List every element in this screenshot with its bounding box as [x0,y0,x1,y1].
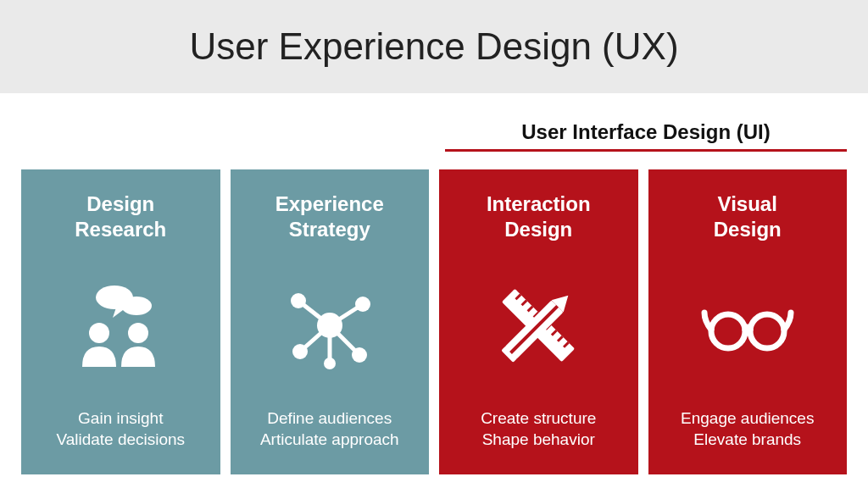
card-title: Design Research [75,190,166,244]
cards-row: Design Research Gain insight Validate de… [0,169,868,474]
people-chat-icon [35,244,207,408]
subheader-row: User Interface Design (UI) [0,93,868,169]
card-title: Interaction Design [487,190,591,244]
page-header: User Experience Design (UX) [0,0,868,93]
glasses-icon [662,244,834,408]
card-visual-design: Visual Design Engage audiences Elevate b… [648,169,848,474]
svg-point-1 [121,297,152,315]
pencil-ruler-icon [453,244,625,408]
page-title: User Experience Design (UX) [189,25,678,68]
card-desc: Create structure Shape behavior [481,408,596,451]
card-desc: Define audiences Articulate approach [260,408,399,451]
card-desc: Engage audiences Elevate brands [681,408,814,451]
ui-subheader: User Interface Design (UI) [445,120,847,152]
svg-point-30 [750,314,784,348]
card-design-research: Design Research Gain insight Validate de… [21,169,220,474]
svg-point-3 [128,323,148,343]
svg-point-11 [355,297,370,312]
svg-point-2 [89,323,109,343]
card-interaction-design: Interaction Design [439,169,638,474]
svg-point-9 [317,313,342,338]
svg-point-10 [291,293,306,308]
svg-point-29 [711,314,745,348]
network-nodes-icon [244,244,416,408]
card-title: Experience Strategy [275,190,384,244]
card-experience-strategy: Experience Strategy [231,169,430,474]
svg-point-13 [352,347,367,363]
card-title: Visual Design [714,190,782,244]
svg-point-12 [292,344,308,359]
ui-subheader-title: User Interface Design (UI) [445,120,847,149]
ui-subheader-rule [445,149,847,152]
card-desc: Gain insight Validate decisions [56,408,185,451]
svg-point-14 [324,358,336,369]
